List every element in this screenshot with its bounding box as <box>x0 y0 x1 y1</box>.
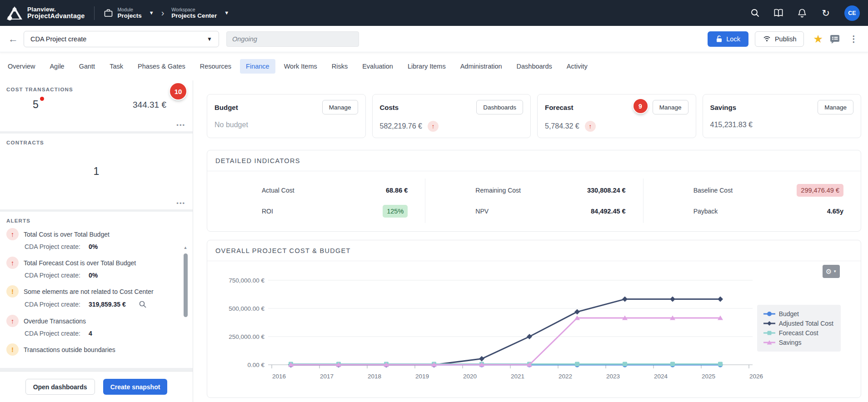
knowledge-book-icon[interactable] <box>773 8 783 18</box>
overall-cost-budget-panel: OVERALL PROJECT COST & BUDGET ⚙ ▼ 0.00 €… <box>207 240 861 398</box>
unlock-icon <box>716 35 723 43</box>
contracts-card[interactable]: CONTRACTS 1 ••• <box>0 134 193 209</box>
forecast-manage-button[interactable]: Manage <box>653 100 688 114</box>
notifications-bell-icon[interactable] <box>797 8 807 18</box>
tab-resources[interactable]: Resources <box>194 59 237 74</box>
indicator-roi: ROI 125% <box>207 202 425 220</box>
budget-card: Budget Manage No budget <box>207 94 366 138</box>
indicator-payback: Payback 4.65y <box>644 202 861 220</box>
more-options-kebab-icon[interactable]: ⋮ <box>847 34 861 44</box>
legend-item-adjusted-total-cost[interactable]: Adjusted Total Cost <box>763 320 833 327</box>
publish-button[interactable]: Publish <box>755 31 804 47</box>
alert-project-label: CDA Project create: <box>25 243 80 250</box>
tab-finance[interactable]: Finance <box>240 59 275 74</box>
back-arrow-icon[interactable]: ← <box>8 33 18 45</box>
budget-value: No budget <box>215 121 248 129</box>
project-select[interactable]: CDA Project create ▼ <box>24 31 219 47</box>
legend-item-savings[interactable]: Savings <box>763 339 833 346</box>
tab-gantt[interactable]: Gantt <box>73 59 101 74</box>
unread-dot <box>40 97 44 101</box>
svg-text:250,000.00 €: 250,000.00 € <box>229 333 264 340</box>
cost-transactions-card[interactable]: COST TRANSACTIONS 5 344.31 € 10 ••• <box>0 80 193 131</box>
tab-risks[interactable]: Risks <box>326 59 354 74</box>
alert-severity-up-icon: ↑ <box>6 228 19 240</box>
tab-phases-gates[interactable]: Phases & Gates <box>132 59 191 74</box>
tab-library-items[interactable]: Library Items <box>402 59 452 74</box>
feedback-comment-icon[interactable] <box>829 34 840 44</box>
open-dashboards-button[interactable]: Open dashboards <box>25 379 95 395</box>
tab-activity[interactable]: Activity <box>561 59 594 74</box>
tab-dashboards[interactable]: Dashboards <box>511 59 558 74</box>
summary-cards-row: Budget Manage No budget Costs Dashboards… <box>207 94 861 138</box>
contracts-count: 1 <box>0 165 193 178</box>
legend-label: Adjusted Total Cost <box>779 320 833 327</box>
legend-marker-icon <box>763 340 775 345</box>
indicator-npv: NPV 84,492.45 € <box>425 202 643 220</box>
briefcase-icon <box>104 8 113 18</box>
alerts-list: ↑ Total Cost is over Total Budget CDA Pr… <box>0 223 193 360</box>
favorite-star-icon[interactable]: ★ <box>813 33 823 45</box>
finance-sidebar: COST TRANSACTIONS 5 344.31 € 10 ••• CONT… <box>0 80 193 402</box>
svg-text:2021: 2021 <box>511 373 524 380</box>
indicator-remaining-cost: Remaining Cost 330,808.24 € <box>425 181 643 199</box>
alerts-title: ALERTS <box>0 212 193 223</box>
alert-project-label: CDA Project create: <box>25 272 80 279</box>
svg-text:2026: 2026 <box>749 373 763 380</box>
project-status-field: Ongoing <box>226 31 359 47</box>
budget-manage-button[interactable]: Manage <box>322 100 358 114</box>
planview-logo-icon <box>6 6 23 20</box>
alert-value: 0% <box>89 243 98 250</box>
chart-legend: BudgetAdjusted Total CostForecast CostSa… <box>757 305 841 352</box>
alerts-card: ALERTS ↑ Total Cost is over Total Budget… <box>0 212 193 368</box>
planview-logo[interactable]: Planview. ProjectAdvantage <box>6 6 85 20</box>
workspace-caret-icon: ▼ <box>224 10 229 15</box>
top-navigation-bar: Planview. ProjectAdvantage Module Projec… <box>0 0 868 26</box>
scrollbar-thumb[interactable] <box>184 253 188 317</box>
indicator-label: Payback <box>693 208 718 215</box>
project-status-value: Ongoing <box>232 35 257 43</box>
contracts-more-icon[interactable]: ••• <box>176 200 185 207</box>
tab-task[interactable]: Task <box>104 59 129 74</box>
legend-label: Budget <box>779 310 799 318</box>
alert-magnifier-icon[interactable] <box>139 300 147 308</box>
chart-title: OVERALL PROJECT COST & BUDGET <box>207 240 861 261</box>
tab-evaluation[interactable]: Evaluation <box>356 59 399 74</box>
refresh-icon[interactable]: ↻ <box>821 8 831 18</box>
legend-marker-icon <box>763 311 775 317</box>
forecast-card: Forecast Manage 9 5,784.32 € ↑ <box>537 94 696 138</box>
svg-text:2018: 2018 <box>368 373 381 380</box>
search-icon[interactable] <box>750 8 760 18</box>
lock-button[interactable]: Lock <box>708 31 748 47</box>
savings-manage-button[interactable]: Manage <box>818 100 853 114</box>
costs-dashboards-button[interactable]: Dashboards <box>476 100 523 114</box>
tab-work-items[interactable]: Work Items <box>278 59 323 74</box>
svg-text:750,000.00 €: 750,000.00 € <box>229 277 264 284</box>
module-selector[interactable]: Module Projects ▼ <box>104 7 154 20</box>
forecast-card-title: Forecast <box>545 104 574 111</box>
user-avatar[interactable]: CE <box>844 5 860 21</box>
tab-overview[interactable]: Overview <box>2 59 41 74</box>
legend-item-forecast-cost[interactable]: Forecast Cost <box>763 329 833 337</box>
scrollbar-up-arrow-icon[interactable]: ▲ <box>184 245 188 250</box>
tab-administration[interactable]: Administration <box>454 59 508 74</box>
contracts-title: CONTRACTS <box>0 134 193 145</box>
alert-item: ↑ Total Cost is over Total Budget CDA Pr… <box>6 228 179 250</box>
project-select-value: CDA Project create <box>30 35 86 43</box>
finance-main-panel: Budget Manage No budget Costs Dashboards… <box>193 80 868 402</box>
workspace-label: Workspace <box>171 7 217 12</box>
alerts-scrollbar[interactable]: ▲ ▼ <box>183 245 188 360</box>
project-select-caret-icon: ▼ <box>207 36 212 42</box>
legend-marker-icon <box>763 330 775 336</box>
legend-item-budget[interactable]: Budget <box>763 310 833 318</box>
detailed-indicators-panel: DETAILED INDICATORS Actual Cost 68.86 € … <box>207 150 861 232</box>
sidebar-actions-bar: Open dashboards Create snapshot <box>0 371 193 402</box>
breadcrumb-chevron-icon: › <box>161 8 165 18</box>
tab-agile[interactable]: Agile <box>44 59 70 74</box>
alert-item: ! Transactions outside boundaries <box>6 343 179 356</box>
costs-card: Costs Dashboards 582,219.76 € ↑ <box>372 94 531 138</box>
create-snapshot-button[interactable]: Create snapshot <box>103 379 168 395</box>
workspace-selector[interactable]: Workspace Projects Center ▼ <box>171 7 229 20</box>
svg-text:2019: 2019 <box>415 373 429 380</box>
workspace-value: Projects Center <box>171 12 217 20</box>
cost-transactions-more-icon[interactable]: ••• <box>176 122 185 129</box>
